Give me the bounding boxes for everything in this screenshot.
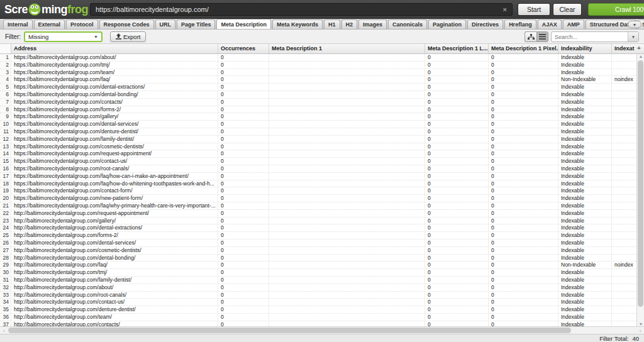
scroll-left-icon[interactable]: ‹ bbox=[0, 327, 8, 334]
table-row[interactable]: 9https://baltimorecitydentalgroup.com/ga… bbox=[0, 113, 644, 121]
logo-text-3: frog bbox=[67, 3, 88, 16]
tab-images[interactable]: Images bbox=[358, 19, 387, 29]
scroll-right-icon[interactable]: › bbox=[636, 327, 644, 334]
indexability-status-cell bbox=[612, 150, 636, 157]
tab-pagination[interactable]: Pagination bbox=[428, 19, 466, 29]
occurrences-cell: 0 bbox=[218, 180, 269, 187]
table-row[interactable]: 16https://baltimorecitydentalgroup.com/r… bbox=[0, 165, 644, 173]
add-column-button[interactable]: + bbox=[635, 45, 643, 52]
column-header-indexability[interactable]: Indexability bbox=[558, 44, 612, 53]
search-dropdown-button[interactable]: ▼ bbox=[628, 32, 638, 41]
meta-description-cell bbox=[269, 121, 425, 128]
table-row[interactable]: 5https://baltimorecitydentalgroup.com/de… bbox=[0, 84, 644, 91]
clear-button[interactable]: Clear bbox=[553, 3, 582, 16]
search-input[interactable] bbox=[552, 34, 628, 40]
meta-description-length-cell: 0 bbox=[425, 106, 489, 113]
column-header-occurrences[interactable]: Occurrences bbox=[218, 44, 269, 53]
row-number: 28 bbox=[0, 255, 11, 262]
url-input[interactable]: https://baltimorecitydentalgroup.com/ × bbox=[90, 3, 513, 16]
table-row[interactable]: 35http://baltimorecitydentalgroup.com/de… bbox=[0, 306, 644, 314]
table-row[interactable]: 23http://baltimorecitydentalgroup.com/ga… bbox=[0, 218, 644, 225]
meta-description-length-cell: 0 bbox=[425, 218, 489, 224]
filter-dropdown[interactable]: Missing ▼ bbox=[24, 31, 103, 42]
tab-directives[interactable]: Directives bbox=[467, 19, 503, 29]
tab-protocol[interactable]: Protocol bbox=[66, 19, 98, 29]
column-header-address[interactable]: Address bbox=[11, 44, 218, 53]
occurrences-cell: 0 bbox=[218, 158, 269, 165]
address-cell: http://baltimorecitydentalgroup.com/dent… bbox=[11, 224, 218, 231]
tab-meta-keywords[interactable]: Meta Keywords bbox=[272, 19, 323, 29]
table-row[interactable]: 8https://baltimorecitydentalgroup.com/fo… bbox=[0, 106, 644, 114]
table-row[interactable]: 31http://baltimorecitydentalgroup.com/fa… bbox=[0, 277, 644, 284]
vertical-scrollbar[interactable]: ▲ ▼ bbox=[636, 54, 644, 326]
table-row[interactable]: 6https://baltimorecitydentalgroup.com/de… bbox=[0, 91, 644, 99]
tab-response-codes[interactable]: Response Codes bbox=[99, 19, 154, 29]
table-row[interactable]: 20https://baltimorecitydentalgroup.com/n… bbox=[0, 195, 644, 202]
table-row[interactable]: 29http://baltimorecitydentalgroup.com/fa… bbox=[0, 262, 644, 269]
table-row[interactable]: 3https://baltimorecitydentalgroup.com/te… bbox=[0, 69, 644, 77]
tab-internal[interactable]: Internal bbox=[3, 19, 33, 29]
table-row[interactable]: 1https://baltimorecitydentalgroup.com/ab… bbox=[0, 54, 644, 62]
column-header-indexat[interactable]: Indexat bbox=[612, 44, 636, 53]
table-row[interactable]: 13https://baltimorecitydentalgroup.com/c… bbox=[0, 143, 644, 151]
list-view-button[interactable] bbox=[536, 31, 548, 42]
indexability-cell: Indexable bbox=[558, 99, 612, 106]
table-row[interactable]: 15https://baltimorecitydentalgroup.com/c… bbox=[0, 158, 644, 165]
table-row[interactable]: 27http://baltimorecitydentalgroup.com/co… bbox=[0, 247, 644, 255]
tab-overflow-button[interactable]: ▼ bbox=[628, 21, 641, 28]
table-row[interactable]: 11https://baltimorecitydentalgroup.com/d… bbox=[0, 128, 644, 136]
tree-view-button[interactable] bbox=[525, 31, 536, 42]
table-row[interactable]: 25http://baltimorecitydentalgroup.com/fo… bbox=[0, 232, 644, 240]
table-row[interactable]: 28http://baltimorecitydentalgroup.com/de… bbox=[0, 255, 644, 262]
table-row[interactable]: 21https://baltimorecitydentalgroup.com/f… bbox=[0, 202, 644, 210]
url-value[interactable]: https://baltimorecitydentalgroup.com/ bbox=[96, 6, 503, 13]
start-button[interactable]: Start bbox=[518, 3, 550, 16]
horizontal-scroll-thumb[interactable] bbox=[8, 328, 571, 333]
tab-external[interactable]: External bbox=[34, 19, 65, 29]
horizontal-scrollbar[interactable]: ‹ › bbox=[0, 326, 644, 334]
scroll-down-icon[interactable]: ▼ bbox=[637, 322, 644, 326]
meta-description-length-cell: 0 bbox=[425, 99, 489, 106]
vertical-scroll-thumb[interactable] bbox=[638, 60, 643, 307]
table-row[interactable]: 22http://baltimorecitydentalgroup.com/re… bbox=[0, 210, 644, 218]
column-header-meta-description-1[interactable]: Meta Description 1 bbox=[269, 44, 425, 53]
table-row[interactable]: 24http://baltimorecitydentalgroup.com/de… bbox=[0, 224, 644, 232]
indexability-cell: Indexable bbox=[558, 314, 612, 321]
clear-url-icon[interactable]: × bbox=[503, 6, 507, 13]
tab-bar: InternalExternalProtocolResponse CodesUR… bbox=[0, 19, 644, 30]
table-row[interactable]: 18https://baltimorecitydentalgroup.com/f… bbox=[0, 180, 644, 188]
table-row[interactable]: 14https://baltimorecitydentalgroup.com/r… bbox=[0, 150, 644, 158]
table-row[interactable]: 10https://baltimorecitydentalgroup.com/d… bbox=[0, 121, 644, 128]
address-cell: http://baltimorecitydentalgroup.com/dent… bbox=[11, 240, 218, 246]
tab-canonicals[interactable]: Canonicals bbox=[388, 19, 427, 29]
tab-hreflang[interactable]: Hreflang bbox=[504, 19, 536, 29]
export-button[interactable]: Export bbox=[110, 31, 146, 42]
table-row[interactable]: 34http://baltimorecitydentalgroup.com/co… bbox=[0, 299, 644, 306]
table-row[interactable]: 30http://baltimorecitydentalgroup.com/tm… bbox=[0, 269, 644, 277]
tab-h1[interactable]: H1 bbox=[324, 19, 340, 29]
tab-page-titles[interactable]: Page Titles bbox=[177, 19, 215, 29]
table-row[interactable]: 33http://baltimorecitydentalgroup.com/ro… bbox=[0, 292, 644, 299]
meta-description-pixel-cell: 0 bbox=[489, 306, 558, 313]
table-row[interactable]: 12https://baltimorecitydentalgroup.com/f… bbox=[0, 136, 644, 143]
meta-description-length-cell: 0 bbox=[425, 180, 489, 187]
tab-meta-description[interactable]: Meta Description bbox=[216, 19, 271, 29]
table-row[interactable]: 26http://baltimorecitydentalgroup.com/de… bbox=[0, 240, 644, 247]
search-box: ▼ bbox=[551, 31, 639, 42]
table-row[interactable]: 17https://baltimorecitydentalgroup.com/f… bbox=[0, 173, 644, 180]
table-row[interactable]: 36http://baltimorecitydentalgroup.com/te… bbox=[0, 314, 644, 321]
table-row[interactable]: 7https://baltimorecitydentalgroup.com/co… bbox=[0, 99, 644, 106]
column-header-meta-description-1-pixel-[interactable]: Meta Description 1 Pixel... bbox=[489, 44, 558, 53]
table-row[interactable]: 2https://baltimorecitydentalgroup.com/tm… bbox=[0, 62, 644, 69]
address-cell: https://baltimorecitydentalgroup.com/con… bbox=[11, 158, 218, 165]
tab-amp[interactable]: AMP bbox=[563, 19, 584, 29]
column-header-meta-description-1-l-[interactable]: Meta Description 1 L... bbox=[425, 44, 489, 53]
table-row[interactable]: 19https://baltimorecitydentalgroup.com/c… bbox=[0, 187, 644, 195]
table-row[interactable]: 4https://baltimorecitydentalgroup.com/fa… bbox=[0, 76, 644, 84]
tab-h2[interactable]: H2 bbox=[341, 19, 358, 29]
tab-ajax[interactable]: AJAX bbox=[538, 19, 562, 29]
table-row[interactable]: 37http://baltimorecitydentalgroup.com/co… bbox=[0, 321, 644, 326]
scroll-up-icon[interactable]: ▲ bbox=[637, 54, 644, 58]
table-row[interactable]: 32http://baltimorecitydentalgroup.com/ab… bbox=[0, 284, 644, 292]
tab-url[interactable]: URL bbox=[155, 19, 176, 29]
